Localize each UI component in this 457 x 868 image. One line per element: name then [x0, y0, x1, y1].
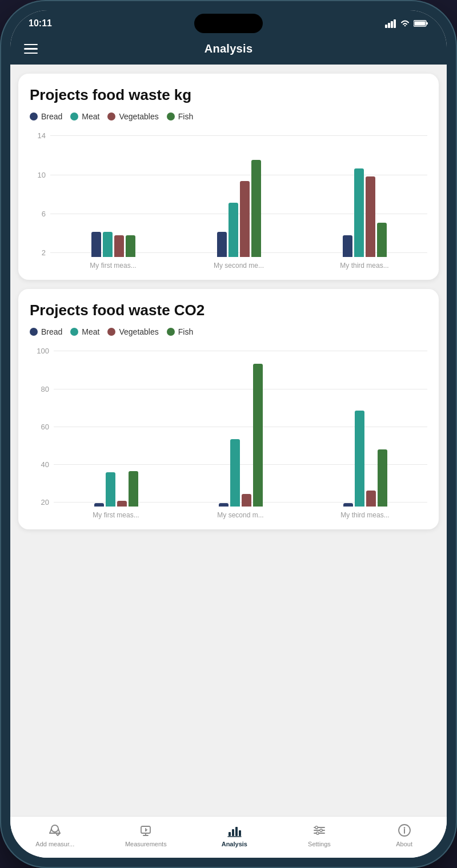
bar-kg-3-veg: [366, 176, 375, 257]
ylabel-20: 20: [30, 498, 49, 507]
xlabel-kg-2: My second me...: [176, 262, 302, 270]
svg-rect-9: [228, 832, 231, 836]
svg-rect-3: [394, 19, 396, 28]
legend-fish-dot: [167, 112, 175, 120]
chart-kg-title: Projects food waste kg: [30, 86, 427, 104]
bars-kg: [50, 143, 427, 257]
wifi-icon: [400, 19, 410, 27]
bottom-nav: Add measur... Measurements: [10, 816, 447, 858]
chart-co2-wrapper: 100 80 60 4: [30, 347, 427, 519]
settings-svg: [312, 823, 327, 838]
legend-co2-bread-dot: [30, 328, 38, 336]
nav-settings[interactable]: Settings: [302, 822, 336, 847]
chart-kg-area: 14 10 6 2: [30, 131, 427, 257]
bar-co2-1-meat: [106, 472, 115, 507]
chart-kg-legend: Bread Meat Vegetables Fish: [30, 112, 427, 121]
chart-co2-area: 100 80 60 4: [30, 347, 427, 507]
ylabel-2: 2: [30, 248, 46, 257]
status-icons: [385, 19, 428, 28]
legend-co2-meat-label: Meat: [82, 327, 99, 336]
bar-co2-3-meat: [355, 411, 364, 507]
bar-co2-2-meat: [230, 439, 240, 507]
chart-card-kg: Projects food waste kg Bread Meat Vegeta…: [18, 74, 439, 280]
bar-co2-1-veg: [117, 501, 127, 507]
bar-co2-3-fish: [378, 449, 387, 507]
scroll-content: Projects food waste kg Bread Meat Vegeta…: [10, 65, 447, 816]
ylabel-14: 14: [30, 131, 46, 140]
bar-kg-1-veg: [114, 235, 124, 257]
ylabel-80: 80: [30, 385, 49, 393]
ylabel-40: 40: [30, 460, 49, 469]
bar-kg-1-fish: [126, 235, 135, 257]
nav-analysis[interactable]: Analysis: [217, 822, 251, 847]
menu-button[interactable]: [24, 44, 38, 54]
legend-bread-label: Bread: [41, 112, 62, 121]
x-labels-kg: My first meas... My second me... My thir…: [30, 262, 427, 270]
bar-kg-3-bread: [343, 235, 352, 257]
legend-co2-bread: Bread: [30, 327, 62, 336]
legend-co2-veg-dot: [107, 328, 115, 336]
add-measure-icon: [47, 822, 63, 838]
bar-co2-1-bread: [94, 503, 104, 507]
legend-bread: Bread: [30, 112, 62, 121]
xlabel-co2-2: My second m...: [178, 511, 303, 519]
bar-group-3-co2: [343, 411, 387, 507]
svg-rect-12: [239, 830, 241, 836]
svg-point-17: [320, 829, 322, 831]
nav-about-label: About: [396, 841, 412, 847]
gridline-14: 14: [30, 131, 427, 140]
bar-co2-2-veg: [242, 494, 251, 507]
legend-veg-dot: [107, 112, 115, 120]
nav-analysis-label: Analysis: [222, 841, 247, 847]
legend-veg-label: Vegetables: [119, 112, 158, 121]
bar-group-3-kg: [343, 168, 387, 257]
nav-about[interactable]: About: [387, 822, 422, 847]
nav-measurements[interactable]: Measurements: [125, 822, 167, 847]
bar-group-2-kg: [217, 160, 261, 257]
legend-co2-meat: Meat: [70, 327, 99, 336]
bar-co2-1-fish: [129, 471, 138, 507]
svg-point-7: [51, 825, 58, 832]
bar-kg-2-bread: [217, 232, 227, 257]
bar-kg-3-fish: [377, 223, 387, 257]
phone-frame: 10:11: [0, 0, 457, 868]
bar-kg-2-meat: [228, 203, 238, 257]
svg-rect-10: [232, 829, 234, 836]
svg-rect-0: [385, 25, 387, 28]
battery-icon: [414, 19, 428, 27]
ylabel-60: 60: [30, 423, 49, 431]
about-icon: [396, 822, 412, 838]
bar-kg-2-fish: [251, 160, 261, 257]
chart-card-co2: Projects food waste CO2 Bread Meat Veget…: [18, 289, 439, 529]
page-title: Analysis: [205, 42, 253, 55]
measurements-icon: [138, 822, 154, 838]
bar-kg-3-meat: [354, 168, 364, 257]
legend-veg: Vegetables: [107, 112, 158, 121]
bar-kg-2-veg: [240, 181, 250, 257]
svg-rect-5: [426, 22, 428, 25]
about-svg: [397, 823, 412, 838]
top-bar: Analysis: [10, 33, 447, 65]
chart-kg-wrapper: 14 10 6 2: [30, 131, 427, 270]
bar-co2-3-veg: [366, 491, 376, 507]
svg-rect-6: [415, 22, 426, 26]
measurements-svg: [138, 823, 153, 838]
xlabel-kg-3: My third meas...: [302, 262, 427, 270]
legend-meat-label: Meat: [82, 112, 99, 121]
xlabel-co2-3: My third meas...: [303, 511, 427, 519]
ylabel-10: 10: [30, 171, 46, 179]
svg-rect-11: [235, 827, 238, 836]
bar-co2-2-bread: [219, 503, 228, 507]
svg-point-20: [403, 827, 405, 829]
xlabel-co2-1: My first meas...: [54, 511, 178, 519]
legend-co2-meat-dot: [70, 328, 78, 336]
xlabel-kg-1: My first meas...: [50, 262, 176, 270]
svg-point-18: [316, 832, 319, 834]
phone-inner: 10:11: [10, 10, 447, 858]
nav-add-measure[interactable]: Add measur...: [35, 822, 74, 847]
add-measure-svg: [47, 823, 62, 838]
x-labels-co2: My first meas... My second m... My third…: [30, 511, 427, 519]
legend-co2-fish-dot: [167, 328, 175, 336]
ylabel-100: 100: [30, 347, 49, 355]
signal-icon: [385, 19, 396, 28]
